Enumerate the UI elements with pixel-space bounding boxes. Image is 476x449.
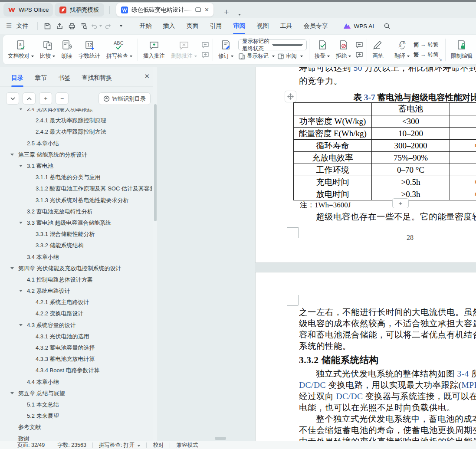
previous-change-icon[interactable]	[355, 42, 363, 48]
toc-item[interactable]: 3.1.1 蓄电池的分类与应用	[0, 172, 152, 183]
collapse-arrow-icon[interactable]	[10, 392, 14, 394]
status-proofread[interactable]: 校对	[153, 442, 164, 449]
translate-button[interactable]: 文 A 翻译	[391, 38, 413, 61]
table-cell[interactable]: -6	[450, 164, 476, 176]
toc-item[interactable]: 4.2.2 变换电路设计	[0, 308, 152, 319]
menu-view[interactable]: 视图	[252, 20, 273, 32]
menu-member[interactable]: 会员专享	[299, 20, 332, 32]
doc-proof-button[interactable]: a 文档校对	[5, 38, 37, 61]
show-markup-button[interactable]: 显示标记	[238, 52, 275, 60]
restrict-edit-button[interactable]: 限制编辑	[448, 38, 476, 61]
sidebar-scrollbar-thumb[interactable]	[154, 104, 157, 221]
new-tab-plus-icon[interactable]: ＋	[222, 6, 230, 17]
tab-docer-template[interactable]: 找稻壳模板	[55, 3, 104, 16]
toc-item[interactable]: 4.3.2 蓄电池容量的选择	[0, 342, 152, 354]
tab-list-chevron-icon[interactable]	[236, 10, 241, 17]
spell-check-button[interactable]: ABC 拼写检查	[103, 38, 135, 61]
status-page[interactable]: 页面: 32/49	[17, 442, 45, 449]
toc-item[interactable]: 5.1 本文总结	[0, 399, 152, 410]
toc-item[interactable]: 3.1 蓄电池	[0, 161, 152, 172]
table-cell[interactable]	[294, 103, 372, 115]
menu-page[interactable]: 页面	[182, 20, 203, 32]
comparison-table[interactable]: 蓄电池超功率密度 W(W/kg)<30010能量密度 E(Wh/kg)10–20…	[293, 102, 476, 200]
menu-reference[interactable]: 引用	[205, 20, 226, 32]
table-move-handle[interactable]	[285, 91, 296, 102]
delete-comment-button[interactable]: 删除批注	[168, 38, 200, 61]
toc-item[interactable]: 3.3.1 混合储能性能分析	[0, 229, 152, 240]
tab-chapters[interactable]: 章节	[35, 74, 47, 82]
toc-item[interactable]: 2.4.2 最大功率跟踪控制方法	[0, 126, 152, 138]
toc-item[interactable]: 第四章 光伏储能及充放电控制系统的设计	[0, 263, 152, 274]
print-preview-icon[interactable]	[78, 20, 90, 32]
print-icon[interactable]	[66, 20, 78, 32]
expand-down-icon[interactable]	[6, 92, 19, 105]
sidebar-scrollbar[interactable]	[153, 67, 157, 441]
popout-window-icon[interactable]	[195, 7, 201, 12]
status-word-count[interactable]: 字数: 23563	[57, 442, 86, 449]
table-cell[interactable]: 10	[450, 115, 476, 128]
collapse-all-minus-icon[interactable]: −	[56, 92, 69, 105]
tab-wps-office[interactable]: WPS Office	[3, 3, 53, 16]
more-commands-chevron-icon[interactable]	[114, 20, 126, 32]
table-cell[interactable]: 0–70 °C	[372, 164, 450, 176]
compare-button[interactable]: 比较	[37, 38, 58, 61]
toc-item[interactable]: 参考文献	[0, 422, 152, 433]
review-pane-button[interactable]: 审阅	[277, 52, 303, 60]
menu-home[interactable]: 开始	[135, 20, 156, 32]
next-comment-icon[interactable]	[201, 52, 209, 58]
table-cell[interactable]	[450, 176, 476, 188]
toc-item[interactable]: 4.3.1 光伏电池的选用	[0, 331, 152, 342]
toc-item[interactable]: 3.4 本章小结	[0, 251, 152, 262]
toc-item[interactable]: 3.3 蓄电池 超级电容混合储能系统	[0, 217, 152, 229]
table-cell[interactable]: 充电时间	[294, 176, 372, 188]
word-count-button[interactable]: 12 字数统计	[76, 38, 103, 61]
accept-button[interactable]: 接受	[312, 38, 333, 61]
read-aloud-button[interactable]: 朗读	[58, 38, 76, 61]
menu-tools[interactable]: 工具	[276, 20, 296, 32]
toc-item[interactable]: 4.1 控制电路总体设计方案	[0, 274, 152, 285]
track-changes-button[interactable]: 修订	[215, 38, 236, 61]
dialog-launcher-icon[interactable]: ↘	[439, 57, 442, 62]
wps-ai-button[interactable]: WPS AI	[341, 23, 377, 29]
document-page-1[interactable]: 寿命可以达到 50 万次以上，相比循环寿命不到 2000 次的蓄 的竞争力。 表…	[255, 67, 476, 263]
table-cell[interactable]: 超	[450, 103, 476, 115]
toc-item[interactable]: 4.2 系统电路设计	[0, 285, 152, 297]
document-canvas[interactable]: 寿命可以达到 50 万次以上，相比循环寿命不到 2000 次的蓄 的竞争力。 表…	[158, 67, 476, 441]
table-cell[interactable]: 75%–90%	[372, 152, 450, 164]
tab-active-document[interactable]: 绿色低碳变电站设计——微型 ✕	[116, 3, 213, 16]
next-change-icon[interactable]	[355, 52, 363, 58]
undo-icon[interactable]	[90, 20, 102, 32]
toc-item[interactable]: 4.3 系统容量的设计	[0, 320, 152, 331]
toc-item[interactable]: 致谢	[0, 433, 152, 441]
toc-item[interactable]: 第三章 储能系统的分析设计	[0, 149, 152, 161]
menu-insert[interactable]: 插入	[158, 20, 179, 32]
table-cell[interactable]: 蓄电池	[372, 103, 450, 115]
collapse-up-icon[interactable]	[23, 92, 36, 105]
traditional-to-simplified-button[interactable]: 繁→转简	[414, 51, 439, 59]
table-cell[interactable]: 10–200	[372, 128, 450, 140]
toc-item[interactable]: 2.5 本章小结	[0, 138, 152, 149]
toc-item[interactable]: 4.4 本章小结	[0, 377, 152, 388]
toc-item[interactable]: 4.2.1 系统主电路设计	[0, 297, 152, 308]
horizontal-scrollbar-thumb[interactable]	[215, 437, 226, 440]
status-spell-check[interactable]: 拼写检查: 打开	[99, 442, 140, 449]
table-cell[interactable]	[450, 152, 476, 164]
table-cell[interactable]: 功率密度 W(W/kg)	[294, 115, 372, 128]
export-icon[interactable]	[53, 20, 66, 32]
table-add-row-button[interactable]: +	[392, 198, 409, 208]
table-cell[interactable]	[450, 128, 476, 140]
toc-item[interactable]: 4.3.4 Boost 电路参数计算	[0, 365, 152, 376]
table-cell[interactable]: <300	[372, 115, 450, 128]
collapse-arrow-icon[interactable]	[19, 165, 23, 167]
redo-icon[interactable]	[102, 20, 114, 32]
table-cell[interactable]	[450, 140, 476, 152]
tab-bookmarks[interactable]: 书签	[58, 74, 70, 82]
toc-item[interactable]: 3.1.2 酸蓄电池工作原理及其 SOC 估计及其容量 ...	[0, 183, 152, 194]
toc-item[interactable]: 2.4.1 最大功率跟踪控制原理	[0, 115, 152, 126]
table-cell[interactable]: >0.3h	[372, 188, 450, 200]
table-cell[interactable]: 工作环境	[294, 164, 372, 176]
search-icon[interactable]	[381, 20, 393, 32]
toc-item[interactable]: 3.3.2 储能系统结构	[0, 240, 152, 251]
table-cell[interactable]: 循环寿命	[294, 140, 372, 152]
collapse-arrow-icon[interactable]	[19, 108, 23, 110]
